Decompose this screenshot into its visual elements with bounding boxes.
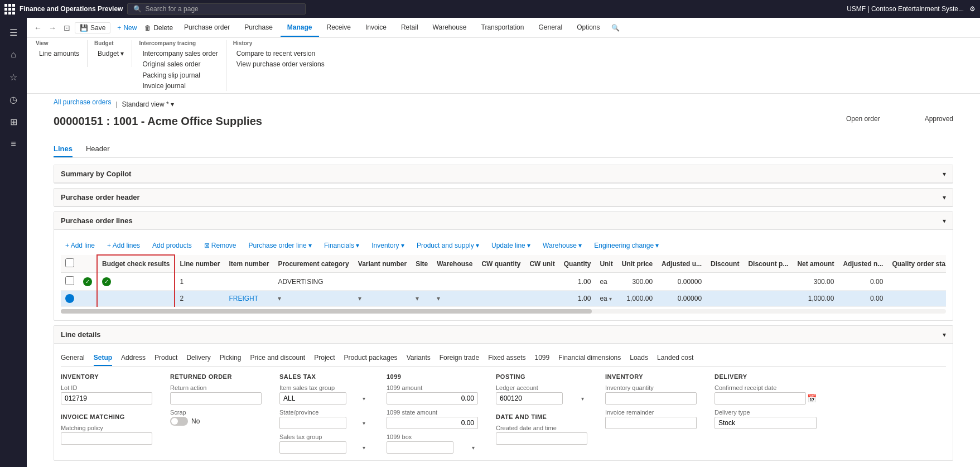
- sidebar-item-home[interactable]: ⌂: [3, 45, 23, 65]
- sales-tax-group-select[interactable]: [279, 441, 346, 454]
- doc-tab-lines[interactable]: Lines: [54, 141, 73, 157]
- sidebar-item-recent[interactable]: ◷: [3, 89, 23, 109]
- row1-discount: [706, 273, 744, 291]
- remove-button[interactable]: ⊠ Remove: [200, 240, 241, 251]
- line-details-tab-product-packages[interactable]: Product packages: [344, 350, 398, 366]
- line-details-tab-setup[interactable]: Setup: [94, 350, 112, 366]
- tab-manage[interactable]: Manage: [281, 19, 319, 37]
- 1099-amount-input[interactable]: [387, 392, 478, 405]
- update-line-dropdown[interactable]: Update line ▾: [487, 240, 535, 251]
- po-header-section-header[interactable]: Purchase order header ▾: [54, 189, 953, 206]
- lot-id-input[interactable]: [61, 392, 152, 405]
- state-province-select[interactable]: [279, 417, 346, 429]
- nav-home-button[interactable]: ⊡: [60, 21, 74, 35]
- created-date-input[interactable]: [496, 432, 587, 445]
- line-details-tab-fixed-assets[interactable]: Fixed assets: [488, 350, 525, 366]
- nav-back-button[interactable]: ←: [31, 21, 45, 35]
- compare-recent-button[interactable]: Compare to recent version: [233, 49, 328, 59]
- save-button[interactable]: 💾 Save: [75, 22, 110, 33]
- po-lines-section-header[interactable]: Purchase order lines ▾: [54, 212, 953, 230]
- inventory-quantity-input[interactable]: [605, 392, 697, 405]
- delivery-type-input[interactable]: [715, 417, 817, 429]
- date-time-title: DATE AND TIME: [496, 413, 587, 420]
- line-details-tab-financial-dimensions[interactable]: Financial dimensions: [558, 350, 621, 366]
- line-details-tab-variants[interactable]: Variants: [407, 350, 431, 366]
- tab-general[interactable]: General: [532, 19, 569, 37]
- tab-purchase[interactable]: Purchase: [238, 19, 279, 37]
- tab-retail[interactable]: Retail: [394, 19, 425, 37]
- nav-forward-button[interactable]: →: [46, 21, 59, 35]
- invoice-remainder-input[interactable]: [605, 417, 697, 429]
- sidebar-item-menu[interactable]: ☰: [3, 22, 23, 42]
- line-details-tab-address[interactable]: Address: [121, 350, 146, 366]
- budget-dropdown-button[interactable]: Budget ▾: [94, 49, 127, 59]
- search-ribbon-button[interactable]: 🔍: [608, 23, 623, 33]
- line-details-tab-delivery[interactable]: Delivery: [186, 350, 210, 366]
- page-title: 00000151 : 1001 - Acme Office Supplies: [54, 115, 262, 128]
- intercompany-sales-order-button[interactable]: Intercompany sales order: [139, 49, 221, 59]
- col-header-track: [79, 255, 97, 273]
- line-details-section-header[interactable]: Line details ▾: [54, 326, 953, 344]
- doc-tab-header[interactable]: Header: [86, 141, 110, 157]
- scrap-toggle[interactable]: [170, 417, 188, 426]
- tab-transportation[interactable]: Transportation: [475, 19, 531, 37]
- calendar-icon[interactable]: 📅: [807, 394, 817, 403]
- row1-checkbox[interactable]: [65, 276, 74, 285]
- table-scrollbar[interactable]: [61, 309, 946, 314]
- packing-slip-journal-button[interactable]: Packing slip journal: [139, 70, 203, 80]
- financials-dropdown[interactable]: Financials ▾: [320, 240, 364, 251]
- product-supply-dropdown[interactable]: Product and supply ▾: [412, 240, 484, 251]
- tab-options[interactable]: Options: [570, 19, 606, 37]
- return-action-input[interactable]: [170, 392, 262, 405]
- ledger-account-select[interactable]: 600120: [496, 392, 563, 405]
- sidebar: ☰ ⌂ ☆ ◷ ⊞ ≡: [0, 18, 27, 467]
- line-details-tab-picking[interactable]: Picking: [220, 350, 242, 366]
- line-details-tab-foreign-trade[interactable]: Foreign trade: [440, 350, 479, 366]
- line-details-tab-general[interactable]: General: [61, 350, 85, 366]
- 1099-state-amount-input[interactable]: [387, 417, 478, 429]
- warehouse-dropdown[interactable]: Warehouse ▾: [538, 240, 586, 251]
- confirmed-receipt-input[interactable]: [715, 392, 806, 405]
- tab-warehouse[interactable]: Warehouse: [426, 19, 474, 37]
- add-lines-button[interactable]: + Add lines: [103, 240, 144, 251]
- invoice-journal-button[interactable]: Invoice journal: [139, 81, 203, 91]
- line-details-tab-landed-cost[interactable]: Landed cost: [657, 350, 693, 366]
- delete-button[interactable]: 🗑 Delete: [141, 23, 176, 33]
- sidebar-item-favorites[interactable]: ☆: [3, 67, 23, 87]
- matching-policy-input[interactable]: [61, 432, 152, 445]
- app-grid-icon[interactable]: [4, 4, 15, 15]
- table-row[interactable]: 2 FREIGHT ▾ ▾ ▾: [61, 291, 946, 307]
- item-sales-tax-group-field: Item sales tax group ALL: [279, 384, 369, 405]
- engineering-change-dropdown[interactable]: Engineering change ▾: [590, 240, 663, 251]
- line-details-tab-project[interactable]: Project: [314, 350, 335, 366]
- view-po-versions-button[interactable]: View purchase order versions: [233, 59, 328, 69]
- tab-invoice[interactable]: Invoice: [359, 19, 393, 37]
- tab-purchase-order[interactable]: Purchase order: [177, 19, 236, 37]
- state-province-field: State/province: [279, 409, 369, 429]
- settings-icon[interactable]: ⚙: [969, 5, 976, 13]
- line-details-tab-loads[interactable]: Loads: [630, 350, 648, 366]
- line-details-tab-1099[interactable]: 1099: [535, 350, 550, 366]
- table-row[interactable]: ✓ ✓ 1 ADVERTISING: [61, 273, 946, 291]
- tab-receive[interactable]: Receive: [320, 19, 358, 37]
- add-products-button[interactable]: Add products: [148, 240, 196, 251]
- select-all-checkbox[interactable]: [65, 258, 74, 267]
- sidebar-item-modules[interactable]: ⊞: [3, 112, 23, 132]
- 1099-box-select[interactable]: [387, 441, 453, 454]
- original-sales-order-button[interactable]: Original sales order: [139, 59, 221, 69]
- line-amounts-button[interactable]: Line amounts: [36, 49, 83, 59]
- item-sales-tax-group-select[interactable]: ALL: [279, 392, 346, 405]
- breadcrumb-link[interactable]: All purchase orders: [54, 98, 111, 106]
- purchase-order-line-dropdown[interactable]: Purchase order line ▾: [244, 240, 316, 251]
- search-box[interactable]: 🔍 Search for a page: [127, 3, 306, 15]
- add-line-button[interactable]: + Add line: [61, 240, 99, 251]
- new-button[interactable]: + New: [114, 23, 140, 33]
- inventory-dropdown[interactable]: Inventory ▾: [367, 240, 409, 251]
- sidebar-item-list[interactable]: ≡: [3, 134, 23, 154]
- row2-item-number[interactable]: FREIGHT: [224, 291, 273, 307]
- view-selector[interactable]: Standard view * ▾: [122, 100, 174, 108]
- col-header-budget-check: Budget check results: [97, 255, 175, 273]
- line-details-tab-product[interactable]: Product: [155, 350, 177, 366]
- summary-section-header[interactable]: Summary by Copilot ▾: [54, 165, 953, 183]
- line-details-tab-price-discount[interactable]: Price and discount: [250, 350, 305, 366]
